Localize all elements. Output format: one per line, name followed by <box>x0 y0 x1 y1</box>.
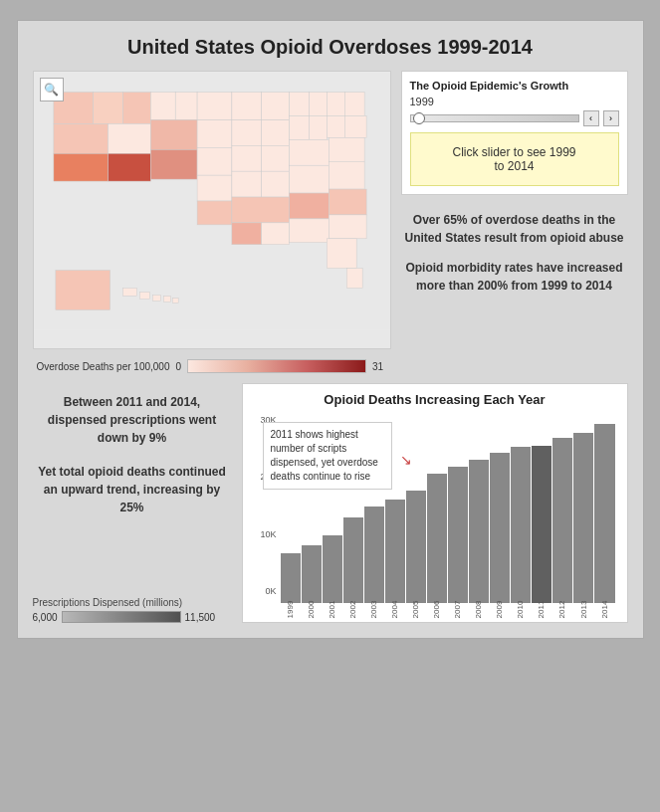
bar-col: 2011 <box>532 446 551 614</box>
annotation-text: 2011 shows highest number of scripts dis… <box>271 429 378 482</box>
bar-x-label: 2005 <box>411 601 420 619</box>
svg-rect-41 <box>261 223 289 245</box>
bottom-section: Between 2011 and 2014, dispensed prescri… <box>33 383 628 623</box>
bar-col: 2006 <box>427 474 447 614</box>
stats-right: Over 65% of overdose deaths in the Unite… <box>401 211 628 306</box>
svg-rect-40 <box>231 223 261 245</box>
presc-label: Prescriptions Dispensed (millions) <box>33 597 232 608</box>
search-icon[interactable]: 🔍 <box>40 78 64 102</box>
bar-col: 2010 <box>511 447 531 614</box>
chart-title: Opioid Deaths Increasing Each Year <box>251 392 619 407</box>
slider-prev-arrow[interactable]: ‹ <box>583 110 599 126</box>
bar-x-label: 2008 <box>475 601 484 619</box>
bar-rect <box>406 491 426 603</box>
legend-label: Overdose Deaths per 100,000 <box>37 361 170 372</box>
bar-x-label: 2014 <box>600 601 609 619</box>
legend-min: 0 <box>175 361 181 372</box>
bar-col: 2004 <box>385 500 405 614</box>
svg-rect-3 <box>122 93 150 124</box>
svg-rect-8 <box>261 93 289 120</box>
svg-rect-50 <box>163 296 170 302</box>
bar-col: 2001 <box>323 535 342 614</box>
prescriptions-legend: Prescriptions Dispensed (millions) 6,000… <box>33 567 232 623</box>
svg-rect-7 <box>231 93 261 120</box>
svg-rect-4 <box>150 93 175 120</box>
svg-rect-47 <box>122 289 136 297</box>
bar-col: 2002 <box>343 517 363 614</box>
bar-x-label: 2011 <box>538 601 547 619</box>
left-stats: Between 2011 and 2014, dispensed prescri… <box>33 383 232 623</box>
legend-gradient <box>187 359 366 373</box>
svg-rect-15 <box>150 119 197 149</box>
bar-x-label: 2006 <box>432 601 441 619</box>
svg-rect-33 <box>261 171 289 197</box>
bar-col: 2013 <box>573 433 593 614</box>
bar-col: 2007 <box>448 467 468 614</box>
svg-rect-22 <box>344 115 366 137</box>
chart-annotation: 2011 shows highest number of scripts dis… <box>263 422 392 490</box>
bar-x-label: 2013 <box>579 601 588 619</box>
bar-rect <box>385 500 405 603</box>
svg-rect-51 <box>172 298 178 303</box>
bar-col: 2009 <box>490 453 510 614</box>
top-section: 🔍 <box>33 71 628 349</box>
bar-x-label: 2001 <box>328 601 336 619</box>
main-container: United States Opioid Overdoses 1999-2014… <box>17 20 644 639</box>
bar-rect <box>511 447 531 603</box>
bar-x-label: 2004 <box>390 601 399 619</box>
svg-rect-39 <box>329 189 366 215</box>
svg-rect-16 <box>197 119 232 147</box>
annotation-arrow: ↘ <box>400 452 412 468</box>
slider-year: 1999 <box>410 96 619 107</box>
right-panel: The Opioid Epidemic's Growth 1999 ‹ › Cl… <box>401 71 628 349</box>
svg-rect-25 <box>150 149 197 179</box>
svg-rect-2 <box>93 93 122 124</box>
svg-rect-36 <box>197 201 232 225</box>
slider-box-title: The Opioid Epidemic's Growth <box>410 80 619 92</box>
svg-rect-44 <box>327 239 356 269</box>
bar-col: 2000 <box>302 545 322 614</box>
bar-rect <box>364 507 384 603</box>
stat-2: Opioid morbidity rates have increased mo… <box>401 259 628 295</box>
slider-thumb[interactable] <box>413 112 425 124</box>
svg-rect-31 <box>197 175 232 201</box>
svg-rect-43 <box>329 215 366 239</box>
bar-rect <box>552 438 572 603</box>
svg-rect-46 <box>55 271 110 310</box>
bar-rect <box>573 433 593 603</box>
svg-rect-11 <box>327 93 344 116</box>
svg-rect-19 <box>289 115 309 139</box>
slider-box: The Opioid Epidemic's Growth 1999 ‹ › Cl… <box>401 71 628 195</box>
bar-x-label: 2000 <box>307 601 316 619</box>
svg-rect-48 <box>139 292 149 299</box>
bar-x-label: 2002 <box>348 601 357 619</box>
click-hint-text: Click slider to see 1999to 2014 <box>452 145 575 173</box>
svg-rect-10 <box>309 93 327 116</box>
svg-rect-24 <box>108 153 150 181</box>
bar-rect <box>427 474 447 603</box>
svg-rect-13 <box>53 123 108 153</box>
bar-col: 2005 <box>406 491 426 614</box>
svg-rect-49 <box>152 295 160 301</box>
bar-col: 2003 <box>364 507 384 614</box>
presc-min: 6,000 <box>33 612 58 623</box>
bar-rect <box>302 545 322 603</box>
left-stat-2: Yet total opioid deaths continued an upw… <box>33 463 232 516</box>
svg-rect-6 <box>197 93 232 120</box>
svg-rect-14 <box>108 123 150 153</box>
stat-1: Over 65% of overdose deaths in the Unite… <box>401 211 628 247</box>
presc-gradient-row: 6,000 11,500 <box>33 611 232 623</box>
svg-rect-9 <box>289 93 309 116</box>
presc-max: 11,500 <box>185 612 216 623</box>
svg-rect-32 <box>231 171 261 197</box>
bar-x-label: 2003 <box>369 601 378 619</box>
bar-col: 1999 <box>281 553 301 614</box>
slider-next-arrow[interactable]: › <box>603 110 619 126</box>
page-title: United States Opioid Overdoses 1999-2014 <box>33 36 628 59</box>
bar-rect <box>594 424 614 603</box>
bar-x-label: 2009 <box>496 601 505 619</box>
slider-track[interactable] <box>410 114 579 122</box>
bar-col: 2008 <box>469 460 489 614</box>
presc-gradient <box>62 611 181 623</box>
svg-rect-17 <box>231 119 261 145</box>
